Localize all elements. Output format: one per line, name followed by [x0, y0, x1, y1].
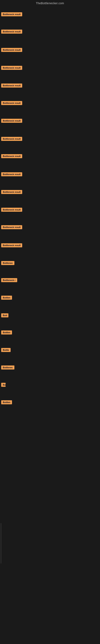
bottleneck-result-badge[interactable]: Bottleneck result — [1, 101, 22, 105]
list-item: Bottleneck result — [0, 47, 23, 54]
bottleneck-result-badge[interactable]: Bottleneck result — [1, 154, 22, 158]
bottleneck-list — [0, 6, 100, 7]
list-item: Bottleneck result — [0, 242, 23, 249]
bottleneck-result-badge[interactable]: Bottleneck result — [1, 190, 22, 194]
bottleneck-result-badge[interactable]: Bottleneck result — [1, 12, 22, 16]
list-item: Bottleneck result — [0, 224, 23, 231]
bottleneck-result-badge[interactable]: Bottleneck result — [1, 119, 22, 123]
list-item: Bottlen — [0, 400, 13, 406]
bottleneck-result-badge[interactable]: Bottleneck r — [1, 278, 17, 282]
list-item: Bott — [0, 312, 10, 319]
bottleneck-result-badge[interactable]: Bottleneck result — [1, 172, 22, 176]
vertical-line-decoration — [1, 523, 1, 564]
bottleneck-result-badge[interactable]: Bottleneck result — [1, 243, 22, 247]
list-item: Bottlenec — [0, 260, 16, 267]
bottleneck-result-badge[interactable]: Bottle — [1, 348, 11, 352]
bottleneck-result-badge[interactable]: Bottleneck result — [1, 84, 22, 88]
list-item: Bottleneck result — [0, 29, 23, 35]
bottleneck-result-badge[interactable]: Bottleneck result — [1, 137, 22, 141]
list-item: Bottleneck result — [0, 12, 23, 18]
bottleneck-result-badge[interactable]: Bottlen — [1, 330, 12, 334]
list-item: Bottlen — [0, 295, 13, 301]
list-item: Bottlen — [0, 330, 13, 336]
bottleneck-result-badge[interactable]: Bottlenec — [1, 261, 14, 265]
bottleneck-result-badge[interactable]: Bo — [1, 383, 6, 387]
list-item: Bottleneck result — [0, 136, 23, 142]
bottleneck-result-badge[interactable]: Bott — [1, 313, 8, 317]
list-item: Bottleneck result — [0, 207, 23, 213]
bottleneck-result-badge[interactable]: Bottleneck result — [1, 208, 22, 212]
bottleneck-result-badge[interactable]: Bottleneck result — [1, 48, 22, 52]
bottleneck-result-badge[interactable]: Bottleneck result — [1, 225, 22, 229]
list-item: Bottleneck result — [0, 172, 23, 178]
list-item: Bottleneck result — [0, 189, 23, 196]
list-item: Bottleneck r — [0, 277, 18, 284]
bottleneck-result-badge[interactable]: Bottlen — [1, 296, 12, 300]
list-item: Bottlenec — [0, 365, 16, 371]
list-item: Bottleneck result — [0, 65, 23, 72]
list-item: Bottleneck result — [0, 118, 23, 124]
bottleneck-result-badge[interactable]: Bottleneck result — [1, 66, 22, 70]
bottleneck-result-badge[interactable]: Bottleneck result — [1, 30, 22, 34]
bottleneck-result-badge[interactable]: Bottlen — [1, 400, 12, 404]
list-item: Bo — [0, 382, 7, 388]
list-item: Bottleneck result — [0, 83, 23, 89]
site-title: TheBottlenecker.com — [0, 0, 100, 6]
list-item: Bottle — [0, 347, 12, 354]
bottleneck-result-badge[interactable]: Bottlenec — [1, 366, 14, 370]
site-header: TheBottlenecker.com — [0, 0, 100, 6]
list-item: Bottleneck result — [0, 153, 23, 160]
list-item: Bottleneck result — [0, 100, 23, 107]
